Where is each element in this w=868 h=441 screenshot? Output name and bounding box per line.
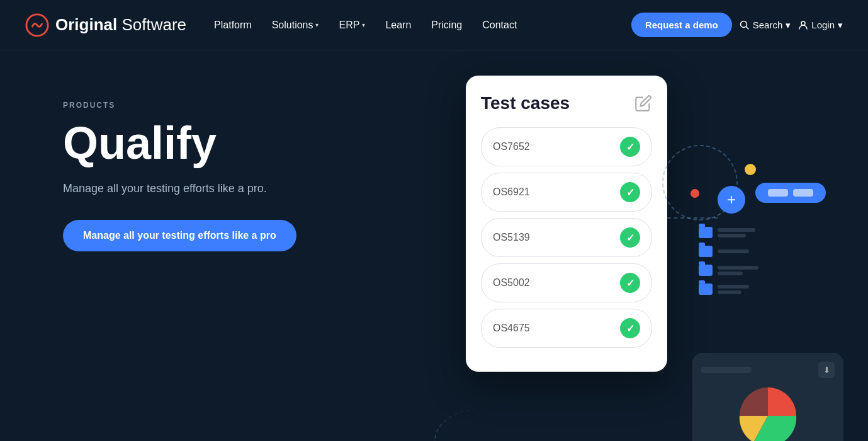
nav-item-pricing[interactable]: Pricing — [422, 14, 471, 36]
deco-file-list — [699, 227, 758, 302]
test-item: OS4675 ✓ — [481, 309, 652, 348]
deco-red-dot — [690, 189, 699, 198]
logo-icon — [25, 13, 49, 37]
deco-chart-bar — [701, 367, 752, 373]
nav-item-erp[interactable]: ERP ▾ — [330, 14, 374, 36]
check-icon: ✓ — [620, 137, 640, 157]
hero-subtitle: Manage all your testing efforts like a p… — [63, 180, 296, 197]
chevron-down-icon: ▾ — [786, 20, 791, 31]
logo[interactable]: Original Software — [25, 13, 186, 37]
card-header: Test cases — [481, 93, 652, 113]
deco-file-row — [699, 246, 758, 257]
deco-pill-block — [793, 189, 813, 197]
deco-dashed-arc — [434, 410, 522, 441]
navbar: Original Software Platform Solutions ▾ E… — [0, 0, 868, 50]
deco-line — [718, 272, 743, 275]
deco-chart-header: ⬇ — [701, 362, 835, 378]
login-button[interactable]: Login ▾ — [798, 20, 843, 31]
nav-item-solutions[interactable]: Solutions ▾ — [263, 14, 328, 36]
download-icon: ⬇ — [818, 362, 835, 378]
nav-right: Request a demo Search ▾ Login ▾ — [631, 13, 843, 37]
search-button[interactable]: Search ▾ — [740, 20, 791, 31]
request-demo-button[interactable]: Request a demo — [631, 13, 732, 37]
deco-folder-icon — [699, 284, 713, 295]
test-item: OS5002 ✓ — [481, 263, 652, 302]
user-icon — [798, 20, 808, 30]
test-item-id: OS5139 — [493, 232, 530, 243]
deco-connect-line — [667, 217, 718, 219]
nav-item-learn[interactable]: Learn — [376, 14, 420, 36]
svg-point-2 — [801, 21, 805, 25]
chevron-down-icon: ▾ — [362, 21, 365, 28]
test-item-id: OS5002 — [493, 277, 530, 289]
products-label: PRODUCTS — [63, 101, 296, 110]
deco-line — [718, 249, 749, 253]
test-cases-card: Test cases OS7652 ✓ OS6921 ✓ OS5139 ✓ OS… — [466, 76, 667, 372]
test-item-id: OS6921 — [493, 186, 530, 198]
check-icon: ✓ — [620, 318, 640, 338]
deco-yellow-dot — [745, 164, 756, 175]
deco-folder-icon — [699, 246, 713, 257]
hero-left-content: PRODUCTS Qualify Manage all your testing… — [63, 101, 296, 251]
nav-item-platform[interactable]: Platform — [205, 14, 261, 36]
deco-file-row — [699, 284, 758, 295]
deco-folder-icon — [699, 265, 713, 276]
deco-chart-card: ⬇ — [692, 353, 843, 441]
check-icon: ✓ — [620, 273, 640, 293]
deco-file-row — [699, 227, 758, 238]
cta-button[interactable]: Manage all your testing efforts like a p… — [63, 220, 296, 251]
deco-line — [718, 266, 758, 270]
test-item: OS6921 ✓ — [481, 173, 652, 212]
check-icon: ✓ — [620, 227, 640, 248]
hero-title: Qualify — [63, 120, 296, 168]
deco-folder-icon — [699, 227, 713, 238]
deco-file-row — [699, 265, 758, 276]
deco-line — [718, 228, 755, 232]
deco-pill — [755, 183, 826, 203]
test-item-id: OS4675 — [493, 323, 530, 334]
check-icon: ✓ — [620, 182, 640, 202]
deco-plus-button: + — [718, 186, 745, 214]
test-item: OS5139 ✓ — [481, 218, 652, 257]
logo-bold: Original — [55, 15, 117, 34]
nav-links: Platform Solutions ▾ ERP ▾ Learn Pricing… — [205, 14, 631, 36]
deco-line — [718, 285, 749, 289]
logo-regular: Software — [117, 15, 186, 34]
nav-item-contact[interactable]: Contact — [473, 14, 526, 36]
deco-line — [718, 290, 741, 294]
search-icon — [740, 20, 750, 30]
deco-line — [718, 234, 746, 238]
test-item: OS7652 ✓ — [481, 127, 652, 166]
test-item-id: OS7652 — [493, 141, 530, 152]
deco-pill-block — [768, 189, 788, 197]
hero-section: PRODUCTS Qualify Manage all your testing… — [0, 50, 868, 441]
card-title: Test cases — [481, 93, 570, 113]
chevron-down-icon: ▾ — [838, 20, 843, 31]
pie-chart — [736, 384, 799, 441]
chevron-down-icon: ▾ — [315, 21, 318, 28]
edit-icon — [634, 94, 652, 112]
